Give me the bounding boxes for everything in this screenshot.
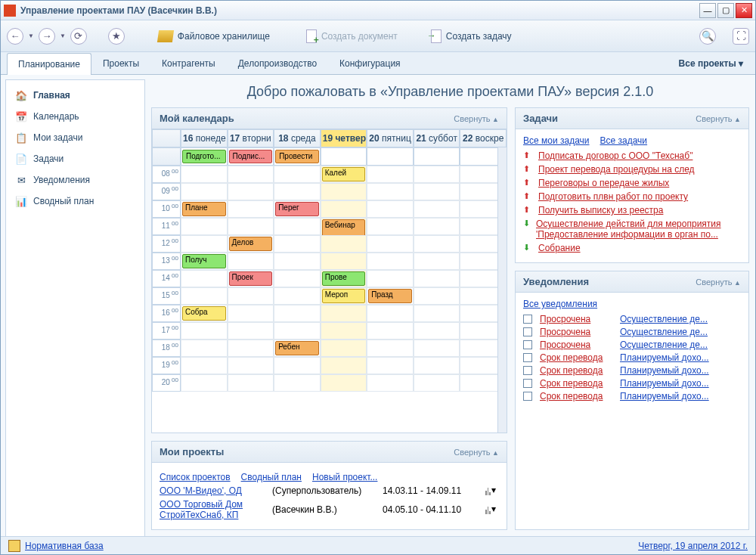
- fwd-dropdown-icon[interactable]: ▼: [60, 33, 66, 39]
- calendar-cell[interactable]: [321, 322, 367, 340]
- projects-collapse[interactable]: Свернуть: [454, 448, 499, 457]
- calendar-event[interactable]: Делов: [229, 237, 273, 251]
- back-button[interactable]: ←: [7, 28, 23, 45]
- footer-left-link[interactable]: Нормативная база: [25, 541, 104, 551]
- calendar-event[interactable]: Собра: [182, 306, 226, 321]
- allday-cell[interactable]: [414, 147, 460, 166]
- calendar-event[interactable]: Прове: [322, 271, 366, 286]
- calendar-event[interactable]: Празд: [368, 289, 412, 303]
- allday-cell[interactable]: [367, 147, 414, 166]
- close-button[interactable]: ✕: [736, 3, 752, 18]
- calendar-cell[interactable]: [414, 166, 460, 183]
- day-header[interactable]: 19 четвер: [321, 129, 367, 147]
- fullscreen-button[interactable]: ⛶: [733, 28, 749, 45]
- calendar-cell[interactable]: Перег: [274, 200, 321, 218]
- calendar-cell[interactable]: [321, 200, 367, 218]
- calendar-cell[interactable]: [274, 253, 321, 270]
- task-link[interactable]: Переговоры о передаче жилых: [538, 178, 669, 188]
- calendar-cell[interactable]: Вебинар: [321, 218, 367, 235]
- notification-label[interactable]: Осуществление де...: [620, 340, 741, 350]
- calendar-cell[interactable]: Мероп: [321, 287, 367, 305]
- calendar-cell[interactable]: [367, 270, 414, 287]
- calendar-event[interactable]: Получ: [182, 254, 226, 268]
- calendar-collapse[interactable]: Свернуть: [454, 114, 499, 123]
- sidebar-item-Мои задачи[interactable]: 📋Мои задачи: [6, 127, 144, 148]
- forward-button[interactable]: →: [39, 28, 55, 45]
- notification-checkbox[interactable]: [523, 366, 532, 375]
- sidebar-item-Главная[interactable]: 🏠Главная: [6, 85, 144, 106]
- calendar-cell[interactable]: [274, 322, 321, 340]
- create-document-button[interactable]: Создать документ: [300, 28, 404, 45]
- calendar-cell[interactable]: [274, 305, 321, 322]
- calendar-cell[interactable]: [181, 183, 228, 200]
- calendar-cell[interactable]: [367, 200, 414, 218]
- calendar-event[interactable]: Мероп: [322, 289, 366, 303]
- notification-status[interactable]: Просрочена: [540, 340, 615, 350]
- notification-checkbox[interactable]: [523, 353, 532, 362]
- file-storage-button[interactable]: Файловое хранилище: [152, 29, 276, 44]
- notification-label[interactable]: Планируемый дохо...: [620, 391, 741, 402]
- all-notifications-link[interactable]: Все уведомления: [523, 299, 597, 309]
- task-filter-link[interactable]: Все мои задачи: [523, 135, 590, 146]
- task-link[interactable]: Подготовить плвн работ по проекту: [538, 191, 688, 202]
- calendar-cell[interactable]: [228, 287, 274, 305]
- calendar-cell[interactable]: [321, 253, 367, 270]
- calendar-cell[interactable]: [228, 340, 274, 357]
- calendar-cell[interactable]: [274, 270, 321, 287]
- calendar-cell[interactable]: [414, 253, 460, 270]
- sidebar-item-Задачи[interactable]: 📄Задачи: [6, 148, 144, 169]
- notification-label[interactable]: Осуществление де...: [620, 314, 741, 324]
- calendar-cell[interactable]: [181, 340, 228, 357]
- calendar-cell[interactable]: [414, 287, 460, 305]
- calendar-cell[interactable]: [181, 235, 228, 253]
- calendar-cell[interactable]: Плане: [181, 200, 228, 218]
- gantt-icon[interactable]: ▾: [485, 505, 496, 514]
- calendar-cell[interactable]: [367, 374, 414, 392]
- notification-label[interactable]: Планируемый дохо...: [620, 352, 741, 363]
- calendar-cell[interactable]: [274, 374, 321, 392]
- calendar-cell[interactable]: [414, 235, 460, 253]
- calendar-event[interactable]: Плане: [182, 202, 226, 216]
- tab-планирование[interactable]: Планирование: [7, 53, 91, 75]
- calendar-cell[interactable]: [414, 218, 460, 235]
- search-button[interactable]: 🔍: [699, 28, 716, 45]
- notification-label[interactable]: Планируемый дохо...: [620, 365, 741, 376]
- calendar-cell[interactable]: [414, 374, 460, 392]
- calendar-cell[interactable]: [274, 235, 321, 253]
- calendar-cell[interactable]: [414, 200, 460, 218]
- calendar-cell[interactable]: [367, 218, 414, 235]
- notification-status[interactable]: Просрочена: [540, 314, 615, 324]
- calendar-cell[interactable]: [228, 200, 274, 218]
- calendar-cell[interactable]: [367, 166, 414, 183]
- calendar-cell[interactable]: [321, 340, 367, 357]
- calendar-cell[interactable]: [228, 218, 274, 235]
- calendar-cell[interactable]: [367, 340, 414, 357]
- calendar-cell[interactable]: [181, 166, 228, 183]
- calendar-cell[interactable]: [274, 218, 321, 235]
- calendar-cell[interactable]: [414, 322, 460, 340]
- calendar-cell[interactable]: [181, 218, 228, 235]
- calendar-cell[interactable]: Проек: [228, 270, 274, 287]
- day-header[interactable]: 20 пятниц: [367, 129, 414, 147]
- calendar-cell[interactable]: [274, 183, 321, 200]
- calendar-event[interactable]: Ребен: [275, 341, 319, 355]
- task-link[interactable]: Подписать договор с ООО "Техснаб": [538, 150, 692, 161]
- notification-status[interactable]: Срок перевода: [540, 378, 615, 389]
- gantt-icon[interactable]: ▾: [485, 486, 496, 495]
- calendar-cell[interactable]: [274, 166, 321, 183]
- notification-checkbox[interactable]: [523, 315, 532, 324]
- minimize-button[interactable]: —: [699, 3, 716, 18]
- project-name[interactable]: ООО Торговый Дом СтройТехСнаб, КП: [160, 499, 268, 520]
- calendar-cell[interactable]: [367, 235, 414, 253]
- calendar-cell[interactable]: Калей: [321, 166, 367, 183]
- maximize-button[interactable]: ▢: [717, 3, 734, 18]
- calendar-cell[interactable]: [228, 357, 274, 374]
- tab-делопроизводство[interactable]: Делопроизводство: [227, 52, 328, 74]
- project-link[interactable]: Новый проект...: [312, 472, 377, 482]
- calendar-cell[interactable]: [367, 322, 414, 340]
- calendar-cell[interactable]: [367, 183, 414, 200]
- calendar-cell[interactable]: [321, 357, 367, 374]
- project-name[interactable]: ООО 'М-Видео', ОД: [160, 485, 268, 496]
- calendar-cell[interactable]: [181, 374, 228, 392]
- notification-status[interactable]: Срок перевода: [540, 391, 615, 402]
